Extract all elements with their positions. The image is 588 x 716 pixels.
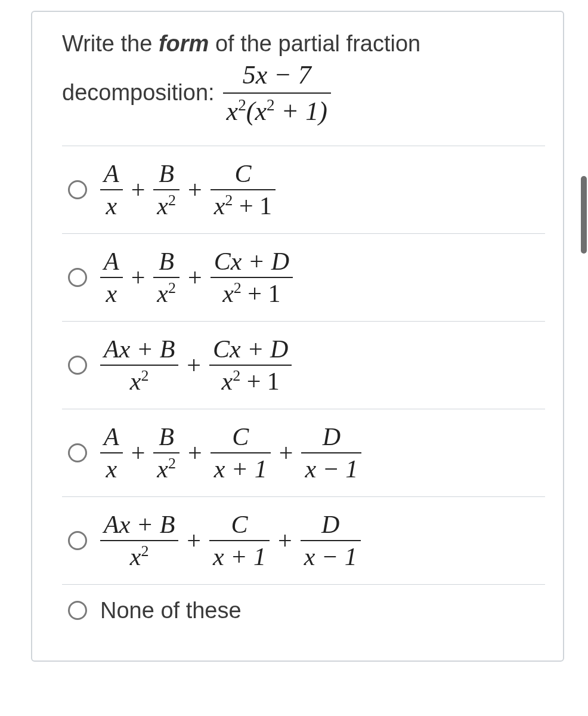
option-label: None of these [100, 598, 242, 624]
answer-option-6[interactable]: None of these [62, 585, 545, 637]
option-expression: Ax + Bx2 + Cx + 1 + Dx − 1 [100, 510, 361, 571]
radio-icon[interactable] [68, 601, 87, 620]
option-expression: Ax + Bx2 + Cx + 1 + Dx − 1 [100, 422, 361, 483]
prompt-bold: form [159, 31, 209, 56]
radio-icon[interactable] [68, 531, 87, 550]
answer-option-4[interactable]: Ax + Bx2 + Cx + 1 + Dx − 1 [62, 409, 545, 497]
answer-option-1[interactable]: Ax + Bx2 + Cx2 + 1 [62, 146, 545, 234]
answer-option-5[interactable]: Ax + Bx2 + Cx + 1 + Dx − 1 [62, 497, 545, 585]
option-expression: Ax + Bx2 + Cx2 + 1 [100, 159, 276, 220]
option-expression: Ax + Bx2 + Cx + Dx2 + 1 [100, 335, 292, 396]
prompt-text: Write the [62, 31, 159, 56]
option-expression: Ax + Bx2 + Cx + Dx2 + 1 [100, 247, 293, 308]
radio-icon[interactable] [68, 356, 87, 375]
question-card: Write the form of the partial fraction d… [31, 11, 564, 662]
scrollbar-thumb[interactable] [581, 176, 587, 254]
answer-option-2[interactable]: Ax + Bx2 + Cx + Dx2 + 1 [62, 234, 545, 322]
numerator: 5x − 7 [239, 58, 315, 91]
prompt-text: of the partial fraction [209, 31, 420, 56]
denominator: x2(x2 + 1) [223, 95, 331, 128]
radio-icon[interactable] [68, 268, 87, 287]
prompt-text: decomposition: [62, 79, 215, 107]
prompt-expression: 5x − 7 x2(x2 + 1) [223, 58, 331, 128]
options-list: Ax + Bx2 + Cx2 + 1 Ax + Bx2 + Cx + Dx2 +… [62, 146, 545, 637]
question-prompt: Write the form of the partial fraction d… [62, 30, 545, 128]
answer-option-3[interactable]: Ax + Bx2 + Cx + Dx2 + 1 [62, 322, 545, 409]
radio-icon[interactable] [68, 443, 87, 462]
radio-icon[interactable] [68, 180, 87, 199]
